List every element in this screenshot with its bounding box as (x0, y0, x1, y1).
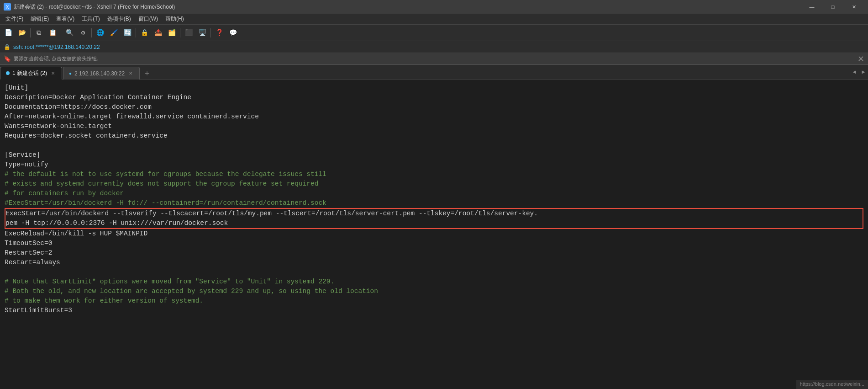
hint-text: 要添加当前会话, 点击左侧的箭头按钮. (14, 55, 98, 62)
menu-view[interactable]: 查看(V) (53, 14, 78, 24)
terminal-line-16: TimeoutSec=0 (5, 239, 863, 248)
tab-2[interactable]: ● 2 192.168.140.30:22 ✕ (63, 67, 140, 80)
tb-new-btn[interactable]: 📄 (2, 27, 15, 39)
ssh-lock-icon: 🔒 (4, 44, 11, 50)
tab-bar: 1 新建会话 (2) ✕ ● 2 192.168.140.30:22 ✕ ＋ ◀… (0, 65, 868, 80)
terminal[interactable]: [Unit] Description=Docker Application Co… (0, 80, 868, 389)
ssh-bar: 🔒 ssh::root:******@192.168.140.20:22 (0, 41, 868, 53)
terminal-line-13: #ExecStart=/usr/bin/dockerd -H fd:// --c… (5, 198, 863, 208)
execstart-highlighted-block: ExecStart=/usr/bin/dockerd --tlsverify -… (5, 208, 863, 229)
tb-btn10[interactable]: 🗂️ (165, 27, 178, 39)
tab-1-label: 1 新建会话 (2) (12, 69, 47, 77)
terminal-line-12: # for containers run by docker (5, 189, 863, 198)
maximize-button[interactable]: □ (822, 0, 843, 14)
terminal-line-5: Wants=network-online.target (5, 122, 863, 131)
terminal-line-3: Documentation=https://docs.docker.com (5, 102, 863, 112)
tb-btn3[interactable]: 🔍 (63, 27, 76, 39)
status-bar-text: https://blog.csdn.net/weixin... (800, 381, 864, 387)
tb-btn5[interactable]: 🌐 (94, 27, 106, 39)
menu-tabs[interactable]: 选项卡(B) (104, 14, 135, 24)
terminal-line-1: [Unit] (5, 83, 863, 93)
menu-file[interactable]: 文件(F) (2, 14, 27, 24)
close-button[interactable]: ✕ (843, 0, 864, 14)
terminal-line-21: # Both the old, and new location are acc… (5, 287, 863, 296)
terminal-line-9: Type=notify (5, 160, 863, 170)
terminal-line-19 (5, 267, 863, 277)
menu-bar: 文件(F) 编辑(E) 查看(V) 工具(T) 选项卡(B) 窗口(W) 帮助(… (0, 14, 868, 25)
terminal-line-17: RestartSec=2 (5, 248, 863, 258)
title-bar-left: X 新建会话 (2) - root@docker:~/tls - Xshell … (4, 3, 175, 11)
tb-paste-btn[interactable]: 📋 (46, 27, 59, 39)
menu-edit[interactable]: 编辑(E) (27, 14, 53, 24)
new-tab-button[interactable]: ＋ (141, 67, 153, 80)
tab-nav: ◀ ▶ (850, 65, 868, 79)
tb-btn11[interactable]: ⬛ (182, 27, 195, 39)
terminal-line-11: # exists and systemd currently does not … (5, 179, 863, 189)
terminal-line-20: # Note that StartLimit* options were mov… (5, 277, 863, 287)
menu-tools[interactable]: 工具(T) (78, 14, 103, 24)
terminal-line-22: # to make them work for either version o… (5, 296, 863, 306)
tab-1[interactable]: 1 新建会话 (2) ✕ (0, 67, 62, 80)
tb-btn12[interactable]: 🖥️ (196, 27, 209, 39)
minimize-button[interactable]: — (801, 0, 822, 14)
tb-chat-btn[interactable]: 💬 (226, 27, 239, 39)
tb-help-btn[interactable]: ❓ (213, 27, 226, 39)
tb-sep5 (180, 28, 180, 37)
toolbar: 📄 📂 ⧉ 📋 🔍 ⚙️ 🌐 🖌️ 🔄 🔒 📤 🗂️ ⬛ 🖥️ ❓ 💬 (0, 25, 868, 41)
tab-nav-left[interactable]: ◀ (850, 66, 859, 79)
terminal-line-8: [Service] (5, 150, 863, 160)
tb-open-btn[interactable]: 📂 (16, 27, 28, 39)
terminal-line-15: ExecReload=/bin/kill -s HUP $MAINPID (5, 229, 863, 239)
tab-1-indicator (6, 71, 10, 75)
menu-help[interactable]: 帮助(H) (162, 14, 188, 24)
tb-sep6 (210, 28, 211, 37)
terminal-line-10: # the default is not to use systemd for … (5, 170, 863, 179)
tb-btn4[interactable]: ⚙️ (77, 27, 89, 39)
hint-bookmark-icon: 🔖 (4, 55, 11, 62)
tab-2-close[interactable]: ✕ (127, 70, 134, 77)
terminal-line-6: Requires=docker.socket containerd.servic… (5, 131, 863, 141)
tb-sep4 (136, 28, 136, 37)
hint-bar: 🔖 要添加当前会话, 点击左侧的箭头按钮. ✕ (0, 53, 868, 65)
hint-close-icon[interactable]: ✕ (857, 54, 864, 64)
tb-sep1 (30, 28, 31, 37)
menu-window[interactable]: 窗口(W) (135, 14, 162, 24)
terminal-line-4: After=network-online.target firewalld.se… (5, 112, 863, 122)
window-controls[interactable]: — □ ✕ (801, 0, 864, 14)
tab-1-close[interactable]: ✕ (50, 70, 56, 76)
tb-btn6[interactable]: 🖌️ (107, 27, 120, 39)
terminal-line-7 (5, 141, 863, 150)
tab-2-label: 2 192.168.140.30:22 (74, 70, 125, 77)
status-bar: https://blog.csdn.net/weixin... (796, 380, 868, 389)
app-icon: X (4, 3, 11, 11)
terminal-line-18: Restart=always (5, 258, 863, 267)
tb-sep2 (61, 28, 61, 37)
tb-btn9[interactable]: 📤 (152, 27, 164, 39)
tb-btn8[interactable]: 🔒 (138, 27, 151, 39)
terminal-line-23: StartLimitBurst=3 (5, 306, 863, 315)
tb-copy-btn[interactable]: ⧉ (32, 27, 45, 39)
tab-nav-right[interactable]: ▶ (859, 66, 868, 79)
tb-sep3 (91, 28, 92, 37)
terminal-line-2: Description=Docker Application Container… (5, 93, 863, 102)
tb-btn7[interactable]: 🔄 (121, 27, 134, 39)
tab-2-indicator: ● (69, 71, 72, 76)
window-title: 新建会话 (2) - root@docker:~/tls - Xshell 7 … (14, 3, 175, 11)
title-bar: X 新建会话 (2) - root@docker:~/tls - Xshell … (0, 0, 868, 14)
ssh-address: ssh::root:******@192.168.140.20:22 (13, 44, 100, 50)
